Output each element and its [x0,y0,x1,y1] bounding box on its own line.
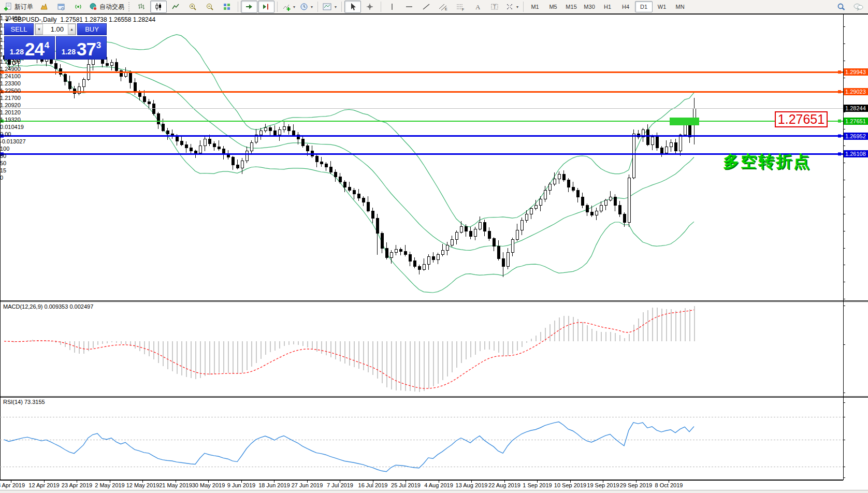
zoom-in-icon [189,3,197,11]
zoom-out-button[interactable] [201,1,218,13]
price-line-tag: 1.29943 [844,68,868,76]
rsi-indicator-label: RSI(14) 73.3155 [3,399,45,405]
new-order-label: 新订单 [15,3,33,11]
signals-button[interactable] [70,1,86,13]
candle-body [418,266,421,269]
turning-point-annotation[interactable]: 多空转折点 [723,151,811,172]
toolbar-drag-handle[interactable] [128,2,131,11]
cursor-tool-button[interactable] [344,1,361,13]
chart-title-bar: ▲ GBPUSD-,Daily 1.27581 1.28738 1.26558 … [5,16,155,23]
timeframe-m1-button[interactable]: M1 [526,1,544,12]
candlestick-chart-type-button[interactable] [150,1,167,13]
sell-price-display[interactable]: 1.28244 [4,36,55,60]
date-axis-label: 8 Oct 2019 [655,482,683,488]
buy-button[interactable]: BUY [77,23,107,35]
buy-price-display[interactable]: 1.28373 [56,36,107,60]
candle-body [427,257,430,264]
volume-decrease-button[interactable]: ▼ [35,24,43,35]
indicators-button[interactable]: ▾ [280,1,297,13]
clock-caret-icon: ▾ [311,5,313,9]
candle-body [451,240,453,245]
timeframe-m30-button[interactable]: M30 [581,1,598,12]
timeframe-h4-button[interactable]: H4 [617,1,634,12]
market-profile-button[interactable] [36,1,52,13]
candle-body [520,221,523,230]
candle-body [507,252,509,266]
crosshair-tool-button[interactable] [361,1,378,13]
sell-price-big: 24 [25,41,44,57]
chart-template-button[interactable]: ▾ [321,1,339,13]
bar-chart-type-button[interactable] [133,1,150,13]
periods-clock-button[interactable]: ▾ [298,1,315,13]
price-line-tag: 1.26952 [844,133,868,140]
date-axis-label: 2 May 2019 [95,482,124,488]
price-tick-label: 1.28880 [0,29,868,36]
date-axis-label: 4 Aug 2019 [424,482,453,488]
channel-tool-button[interactable]: E [435,1,452,13]
vol-box: ▼ 1.00 ▲ [35,23,76,35]
signal-icon [74,3,82,11]
timeframe-d1-button[interactable]: D1 [635,1,653,12]
horizontal-line-tool-button[interactable] [401,1,417,13]
collapse-panel-icon[interactable]: ▲ [5,17,9,22]
candle-body [628,178,630,223]
search-button[interactable] [833,1,849,13]
sell-price-small: 1.28 [10,46,24,57]
candle-body [385,248,388,258]
price-tick-label: 1.25700 [0,58,868,65]
price-callout-label[interactable]: 1.27651 [775,111,828,127]
price-tick-label: 1.28080 [0,36,868,44]
candle-body [404,251,407,254]
candle-body [409,255,411,261]
date-axis-label: 23 Apr 2019 [62,482,92,488]
sell-button[interactable]: SELL [4,23,34,35]
line-chart-type-button[interactable] [167,1,184,13]
candlestick-chart-icon [154,3,163,11]
trendline-tool-button[interactable] [418,1,435,13]
timeframe-h1-button[interactable]: H1 [599,1,616,12]
chart-shift-button[interactable] [258,1,274,13]
zoom-in-button[interactable] [184,1,201,13]
new-order-button[interactable]: 新订单 [2,1,35,13]
date-axis-label: 13 Aug 2019 [456,482,488,488]
candle-body [395,249,397,252]
text-tool-button[interactable]: A [469,1,486,13]
arrows-tool-button[interactable]: ▾ [503,1,520,13]
date-axis-label: 30 May 2019 [192,482,225,488]
fibonacci-tool-button[interactable]: F [452,1,469,13]
current-price-tag: 1.28244 [844,105,868,112]
candle-body [586,206,588,212]
toolbar-separator [523,2,524,12]
auto-scroll-button[interactable] [241,1,257,13]
candle-body [353,191,355,194]
auto-trading-button[interactable]: 自动交易 [87,1,126,13]
terminal-button[interactable] [53,1,69,13]
candle-body [530,209,532,214]
search-icon [837,3,846,11]
volume-increase-button[interactable]: ▲ [68,24,76,35]
timeframe-m15-button[interactable]: M15 [562,1,580,12]
fibonacci-icon: F [456,3,465,11]
text-label-tool-button[interactable]: T [486,1,503,13]
candle-body [460,227,462,232]
vertical-line-tool-button[interactable] [384,1,400,13]
line-chart-icon [171,3,180,11]
timeframe-m5-button[interactable]: M5 [544,1,562,12]
candle-body [572,187,574,191]
chat-icon [853,3,863,11]
text-a-icon: A [474,3,481,11]
date-axis-label: 18 Jun 2019 [258,482,290,488]
price-line-tag: 1.27651 [844,118,868,125]
candle-body [488,231,490,238]
volume-input[interactable]: 1.00 [43,24,68,35]
toolbar-separator [277,2,278,12]
price-tick-label: 1.23300 [0,80,868,87]
candle-body [348,187,351,191]
timeframe-w1-button[interactable]: W1 [653,1,671,12]
tile-windows-button[interactable] [219,1,235,13]
date-axis-label: 21 May 2019 [159,482,192,488]
timeframe-mn-button[interactable]: MN [671,1,689,12]
trendline-icon [422,3,430,11]
chat-button[interactable] [850,1,866,13]
candle-body [590,212,593,215]
